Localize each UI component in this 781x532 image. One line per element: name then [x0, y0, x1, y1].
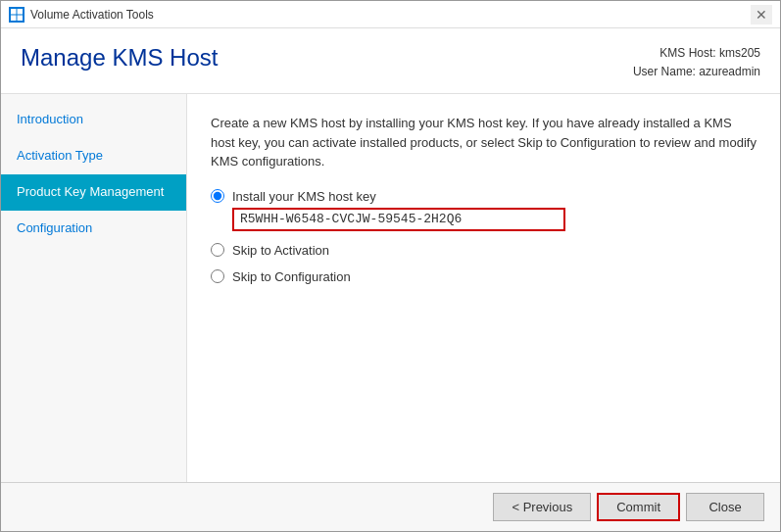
radio-skip-activation-input[interactable]: [211, 243, 224, 257]
radio-install-option: Install your KMS host key: [211, 189, 757, 231]
previous-button[interactable]: < Previous: [493, 493, 591, 521]
sidebar-item-product-key-management[interactable]: Product Key Management: [1, 174, 186, 211]
radio-skip-activation-label[interactable]: Skip to Activation: [211, 243, 757, 258]
radio-skip-config-input[interactable]: [211, 269, 224, 283]
footer: < Previous Commit Close: [1, 482, 780, 531]
kms-host-label: KMS Host: kms205: [633, 44, 760, 63]
sidebar-item-activation-type[interactable]: Activation Type: [1, 138, 186, 174]
radio-install-label[interactable]: Install your KMS host key: [211, 189, 757, 204]
app-icon: [9, 7, 24, 23]
title-bar-text: Volume Activation Tools: [30, 8, 154, 22]
sidebar-item-introduction[interactable]: Introduction: [1, 102, 186, 138]
description-text: Create a new KMS host by installing your…: [211, 114, 757, 171]
user-name-label: User Name: azureadmin: [633, 63, 760, 81]
svg-rect-3: [18, 15, 24, 21]
sidebar: Introduction Activation Type Product Key…: [1, 94, 187, 482]
content-area: Introduction Activation Type Product Key…: [1, 94, 780, 482]
main-panel: Create a new KMS host by installing your…: [187, 94, 780, 482]
radio-install-input[interactable]: [211, 189, 224, 203]
close-button[interactable]: Close: [686, 493, 764, 521]
title-bar-left: Volume Activation Tools: [9, 7, 154, 23]
key-input-row: [232, 208, 757, 231]
title-bar: Volume Activation Tools ✕: [1, 1, 780, 28]
svg-rect-2: [11, 15, 17, 21]
radio-skip-config-label[interactable]: Skip to Configuration: [211, 269, 757, 284]
commit-button[interactable]: Commit: [597, 493, 680, 521]
header: Manage KMS Host KMS Host: kms205 User Na…: [1, 28, 780, 94]
svg-rect-1: [18, 9, 24, 15]
page-title: Manage KMS Host: [21, 44, 218, 72]
sidebar-item-configuration[interactable]: Configuration: [1, 211, 186, 247]
main-window: Volume Activation Tools ✕ Manage KMS Hos…: [0, 0, 781, 532]
kms-key-input[interactable]: [232, 208, 565, 231]
header-info: KMS Host: kms205 User Name: azureadmin: [633, 44, 760, 81]
close-window-button[interactable]: ✕: [751, 5, 772, 24]
radio-group: Install your KMS host key Skip to Activa…: [211, 189, 757, 284]
svg-rect-0: [11, 9, 17, 15]
